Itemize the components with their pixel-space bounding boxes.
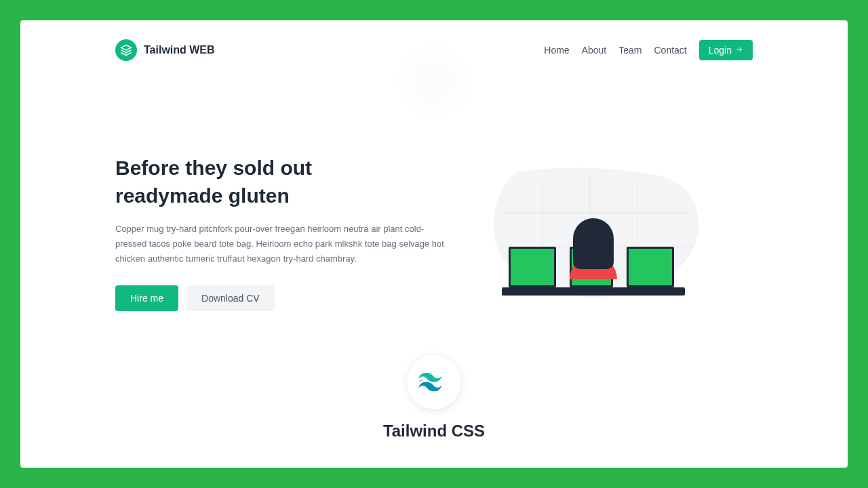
logo-icon xyxy=(115,39,137,61)
nav-contact[interactable]: Contact xyxy=(654,45,686,56)
decorative-circle xyxy=(393,41,475,122)
hero-title: Before they sold out readymade gluten xyxy=(115,155,454,209)
tailwind-logo-icon xyxy=(407,355,461,409)
page-container: Tailwind WEB Home About Team Contact Log… xyxy=(20,20,848,468)
nav-about[interactable]: About xyxy=(582,45,607,56)
monitor-icon xyxy=(509,247,556,287)
footer-section: Tailwind CSS xyxy=(20,355,848,441)
footer-title: Tailwind CSS xyxy=(20,422,848,441)
login-label: Login xyxy=(709,45,732,56)
person-icon xyxy=(570,218,617,279)
hero-title-line1: Before they sold out xyxy=(115,157,312,179)
nav-home[interactable]: Home xyxy=(544,45,569,56)
brand-name: Tailwind WEB xyxy=(144,44,215,56)
monitor-icon xyxy=(627,247,674,287)
hero-title-line2: readymade gluten xyxy=(115,184,290,207)
desk-icon xyxy=(502,287,685,296)
login-button[interactable]: Login xyxy=(699,40,753,60)
arrow-right-icon xyxy=(735,45,743,56)
hero-buttons: Hire me Download CV xyxy=(115,285,454,311)
developer-illustration xyxy=(481,165,705,301)
main-nav: Home About Team Contact Login xyxy=(544,40,753,60)
hero-description: Copper mug try-hard pitchfork pour-over … xyxy=(115,222,454,266)
hero-illustration xyxy=(481,165,705,301)
download-cv-button[interactable]: Download CV xyxy=(186,285,275,311)
hero-content: Before they sold out readymade gluten Co… xyxy=(115,155,454,311)
brand[interactable]: Tailwind WEB xyxy=(115,39,215,61)
nav-team[interactable]: Team xyxy=(618,45,642,56)
hire-me-button[interactable]: Hire me xyxy=(115,285,178,311)
